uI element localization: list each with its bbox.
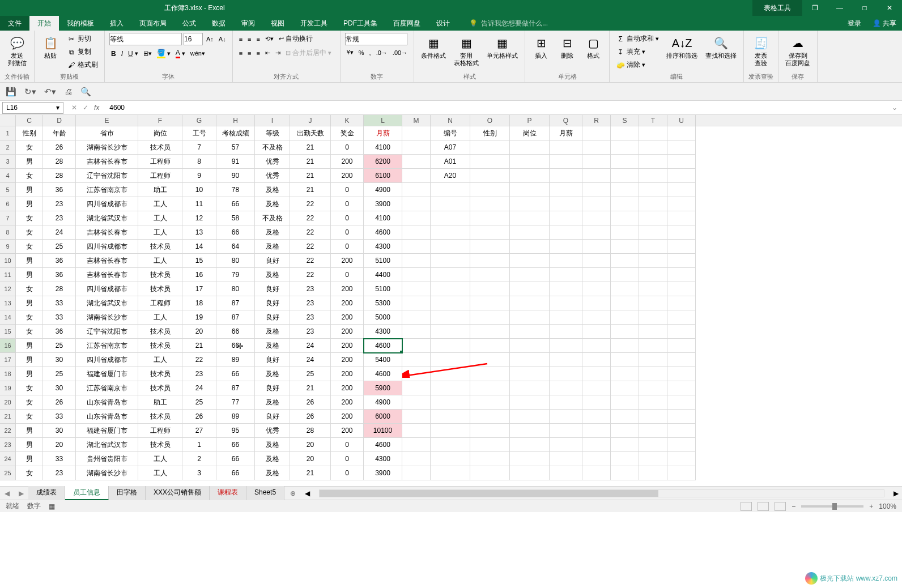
- data-cell[interactable]: 女: [16, 395, 43, 410]
- data-cell[interactable]: 33: [43, 452, 76, 466]
- data-cell[interactable]: 33: [43, 310, 76, 325]
- data-cell[interactable]: 200: [331, 254, 364, 268]
- delete-cells-button[interactable]: ⊟删除: [556, 33, 578, 61]
- column-header[interactable]: N: [431, 115, 470, 126]
- data-cell[interactable]: [470, 296, 510, 310]
- data-cell[interactable]: 四川省成都市: [76, 353, 138, 367]
- empty-cell[interactable]: [582, 126, 611, 140]
- data-cell[interactable]: [431, 452, 470, 466]
- sheet-nav-prev-icon[interactable]: ◀: [0, 489, 14, 497]
- data-cell[interactable]: 女: [16, 325, 43, 339]
- empty-cell[interactable]: [639, 183, 667, 197]
- data-cell[interactable]: 不及格: [255, 140, 290, 155]
- data-cell[interactable]: [431, 339, 470, 353]
- row-header[interactable]: 11: [0, 268, 16, 282]
- empty-cell[interactable]: [639, 353, 667, 367]
- data-cell[interactable]: 58: [216, 211, 255, 225]
- accept-formula-icon[interactable]: ✓: [83, 104, 88, 112]
- tab-file[interactable]: 文件: [0, 16, 29, 31]
- data-cell[interactable]: [470, 339, 510, 353]
- data-cell[interactable]: [431, 211, 470, 225]
- data-cell[interactable]: 江苏省南京市: [76, 183, 138, 197]
- data-cell[interactable]: 4600: [364, 225, 402, 240]
- data-cell[interactable]: [470, 452, 510, 466]
- data-cell[interactable]: [402, 353, 431, 367]
- data-cell[interactable]: 20: [290, 438, 331, 452]
- data-cell[interactable]: 辽宁省沈阳市: [76, 169, 138, 183]
- data-cell[interactable]: 良好: [255, 353, 290, 367]
- data-cell[interactable]: [470, 169, 510, 183]
- view-normal-icon[interactable]: [741, 502, 752, 511]
- data-cell[interactable]: 11: [182, 197, 216, 211]
- data-cell[interactable]: 及格: [255, 395, 290, 410]
- data-cell[interactable]: [470, 466, 510, 480]
- tab-baidu[interactable]: 百度网盘: [385, 16, 428, 31]
- data-cell[interactable]: 山东省青岛市: [76, 410, 138, 424]
- empty-cell[interactable]: [611, 211, 639, 225]
- data-cell[interactable]: [470, 353, 510, 367]
- empty-cell[interactable]: [639, 155, 667, 169]
- data-cell[interactable]: [402, 438, 431, 452]
- data-cell[interactable]: 89: [216, 410, 255, 424]
- copy-button[interactable]: ⧉复制: [65, 46, 100, 58]
- row-header[interactable]: 1: [0, 126, 16, 140]
- tab-developer[interactable]: 开发工具: [292, 16, 335, 31]
- empty-cell[interactable]: [639, 268, 667, 282]
- bold-button[interactable]: B: [109, 49, 118, 59]
- data-cell[interactable]: 10100: [364, 424, 402, 438]
- data-cell[interactable]: 技术员: [138, 410, 182, 424]
- header-cell[interactable]: 考核成绩: [216, 126, 255, 140]
- data-cell[interactable]: 24: [182, 381, 216, 395]
- data-cell[interactable]: 湖南省长沙市: [76, 466, 138, 480]
- data-cell[interactable]: 技术员: [138, 438, 182, 452]
- empty-cell[interactable]: [611, 169, 639, 183]
- share-button[interactable]: 👤 共享: [867, 16, 902, 31]
- data-cell[interactable]: [431, 466, 470, 480]
- sort-filter-button[interactable]: A↓Z排序和筛选: [664, 33, 700, 61]
- data-cell[interactable]: 200: [331, 325, 364, 339]
- data-cell[interactable]: [402, 225, 431, 240]
- empty-cell[interactable]: [667, 410, 696, 424]
- empty-cell[interactable]: [611, 183, 639, 197]
- data-cell[interactable]: 23: [290, 310, 331, 325]
- data-cell[interactable]: [510, 438, 550, 452]
- align-left-icon[interactable]: ≡: [237, 49, 244, 58]
- data-cell[interactable]: [510, 211, 550, 225]
- data-cell[interactable]: [431, 197, 470, 211]
- sheet-tab[interactable]: 课程表: [210, 486, 246, 500]
- data-cell[interactable]: 89: [216, 353, 255, 367]
- empty-cell[interactable]: [611, 197, 639, 211]
- header-cell[interactable]: 月薪: [364, 126, 402, 140]
- empty-cell[interactable]: [582, 140, 611, 155]
- data-cell[interactable]: 优秀: [255, 424, 290, 438]
- data-cell[interactable]: [402, 155, 431, 169]
- row-header[interactable]: 24: [0, 452, 16, 466]
- row-header[interactable]: 12: [0, 282, 16, 296]
- data-cell[interactable]: [402, 310, 431, 325]
- data-cell[interactable]: 6200: [364, 155, 402, 169]
- data-cell[interactable]: [550, 339, 582, 353]
- login-link[interactable]: 登录: [842, 16, 867, 31]
- data-cell[interactable]: 5900: [364, 381, 402, 395]
- align-middle-icon[interactable]: ≡: [246, 35, 253, 44]
- data-cell[interactable]: 21: [290, 381, 331, 395]
- cancel-formula-icon[interactable]: ✕: [71, 104, 77, 112]
- empty-cell[interactable]: [639, 169, 667, 183]
- zoom-level[interactable]: 100%: [879, 502, 896, 510]
- data-cell[interactable]: 3900: [364, 197, 402, 211]
- currency-icon[interactable]: ¥▾: [345, 48, 355, 57]
- data-cell[interactable]: [550, 410, 582, 424]
- empty-cell[interactable]: [667, 367, 696, 381]
- empty-cell[interactable]: [582, 197, 611, 211]
- data-cell[interactable]: [402, 183, 431, 197]
- data-cell[interactable]: 15: [182, 254, 216, 268]
- header-cell[interactable]: 工号: [182, 126, 216, 140]
- data-cell[interactable]: 66: [216, 367, 255, 381]
- invoice-check-button[interactable]: 🧾发票 查验: [748, 33, 773, 68]
- data-cell[interactable]: 20: [290, 452, 331, 466]
- empty-cell[interactable]: [611, 339, 639, 353]
- data-cell[interactable]: A20: [431, 169, 470, 183]
- empty-cell[interactable]: [639, 296, 667, 310]
- empty-cell[interactable]: [667, 225, 696, 240]
- data-cell[interactable]: 及格: [255, 183, 290, 197]
